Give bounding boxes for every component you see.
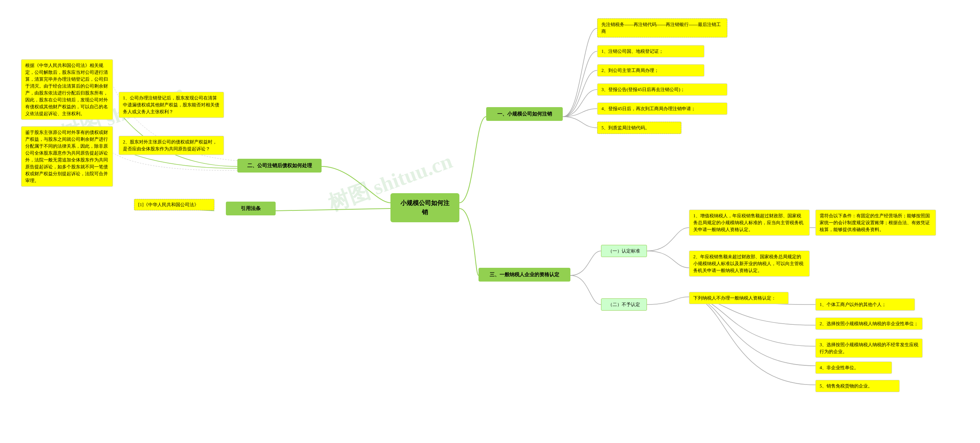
sub2-item-3: 3、选择按照小规模纳税人纳税的不经常发生应税行为的企业。 bbox=[815, 339, 923, 358]
branch-2-item-1: 1、公司办理注销登记后，股东发现公司在清算中遗漏债权或其他财产权益，股东能否对相… bbox=[119, 92, 224, 118]
branch-1-step-1: 1、注销公司国、地税登记证； bbox=[597, 45, 704, 57]
sub2-intro: 下列纳税人不办理一般纳税人资格认定： bbox=[689, 292, 789, 304]
sub1-label: （一）认定标准 bbox=[601, 245, 647, 257]
branch-1-step-4: 4、登报45日后，再次到工商局办理注销申请； bbox=[597, 103, 727, 115]
branch-1-step-0: 先注销税务——再注销代码——再注销银行——最后注销工商 bbox=[597, 18, 727, 37]
sub1-item-1-detail: 需符合以下条件：有固定的生产经营场所；能够按照国家统一的会计制度规定设置账簿；根… bbox=[815, 210, 936, 236]
center-label: 小规模公司如何注销 bbox=[400, 200, 449, 215]
sub2-item-2: 2、选择按照小规模纳税人纳税的非企业性单位； bbox=[815, 318, 923, 330]
branch-3-label: 三、一般纳税人企业的资格认定 bbox=[479, 268, 570, 282]
branch-1-step-5: 5、到质监局注销代码。 bbox=[597, 122, 681, 134]
center-node: 小规模公司如何注销 bbox=[390, 193, 459, 222]
sub1-item-1: 1、增值税纳税人，年应税销售额超过财政部、国家税务总局规定的小规模纳税人标准的，… bbox=[689, 210, 810, 236]
left-mid-text: 鉴于股东主张原公司对外享有的债权或财产权益，与股东之间就公司剩余财产进行分配属于… bbox=[21, 126, 113, 187]
ref-text: [1]《中华人民共和国公司法》 bbox=[134, 199, 214, 210]
branch-1-step-2: 2、到公司主管工商局办理； bbox=[597, 64, 704, 77]
branch-1-step-3: 3、登报公告(登报45日后再去注销公司)； bbox=[597, 83, 727, 96]
sub2-item-1: 1、个体工商户以外的其他个人； bbox=[815, 298, 915, 311]
branch-2-label: 二、公司注销后债权如何处理 bbox=[237, 159, 322, 173]
branch-2-item-2: 2、股东对外主张原公司的债权或财产权益时，是否应由全体股东作为共同原告提起诉讼？ bbox=[119, 136, 224, 155]
sub2-item-5: 5、销售免税货物的企业。 bbox=[815, 380, 900, 392]
mindmap-container: 树图 shituu.cn 树图 shituu.cn 小规模公司如何注销 根据《中… bbox=[0, 0, 980, 443]
sub2-item-4: 4、非企业性单位。 bbox=[815, 362, 892, 374]
ref-label: 引用法条 bbox=[226, 202, 276, 215]
left-top-text: 根据《中华人民共和国公司法》相关规定，公司解散后，股东应当对公司进行清算，清算完… bbox=[21, 59, 113, 120]
sub1-item-2: 2、年应税销售额未超过财政部、国家税务总局规定的小规模纳税人标准以及新开业的纳税… bbox=[689, 251, 810, 277]
sub2-label: （二）不予认定 bbox=[601, 298, 647, 311]
branch-1-label: 一、小规模公司如何注销 bbox=[486, 107, 563, 121]
